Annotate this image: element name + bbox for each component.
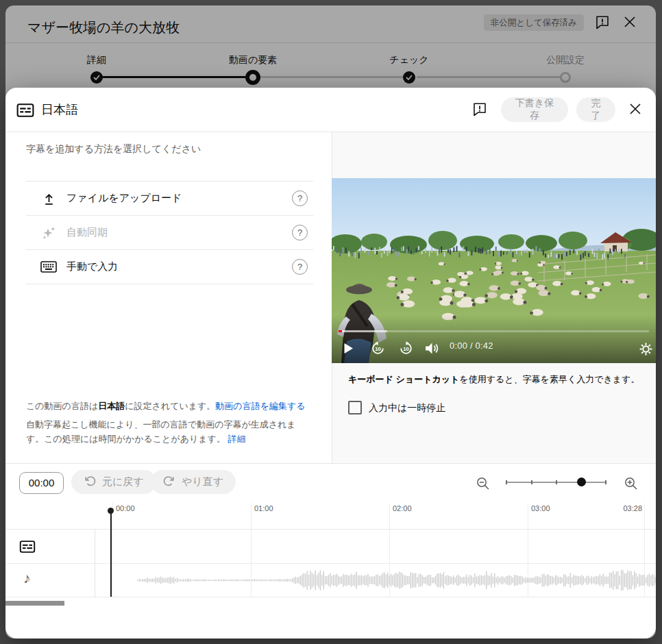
option-label: ファイルをアップロード <box>66 192 182 205</box>
undo-button[interactable]: 元に戻す <box>71 470 156 494</box>
volume-icon[interactable] <box>426 343 441 354</box>
timeline-scrollbar-thumb[interactable] <box>5 601 64 606</box>
track-border <box>5 597 656 597</box>
option-auto-sync[interactable]: 自動同期 ? <box>26 215 313 249</box>
auto-caption-text: 自動字幕起こし機能により、一部の言語で動画の字幕が生成されます。この処理には時間… <box>26 419 296 444</box>
pause-while-typing-label: 入力中は一時停止 <box>369 402 445 414</box>
slider-tick <box>556 480 557 484</box>
feedback-icon[interactable] <box>471 100 489 118</box>
language-note-prefix: この動画の言語は <box>26 401 98 411</box>
add-method-heading: 字幕を追加する方法を選択してください <box>26 143 201 156</box>
player-settings-gear-icon[interactable] <box>639 342 653 356</box>
slider-tick <box>531 480 532 484</box>
ruler-label: 02:00 <box>393 504 412 512</box>
done-button[interactable]: 完了 <box>576 97 615 122</box>
hint-rest: を使用すると、字幕を素早く入力できます。 <box>459 374 639 384</box>
upload-icon <box>40 191 58 206</box>
help-icon[interactable]: ? <box>292 259 308 275</box>
language-note-suffix: に設定されています。 <box>125 401 215 411</box>
zoom-out-icon[interactable] <box>474 475 492 493</box>
video-frame <box>332 178 656 363</box>
zoom-in-icon[interactable] <box>622 475 640 493</box>
ruler-label: 03:28 <box>623 504 642 512</box>
ruler-label: 00:00 <box>116 504 135 512</box>
save-draft-button[interactable]: 下書き保存 <box>501 97 568 122</box>
option-label: 自動同期 <box>66 226 108 239</box>
redo-label: やり直す <box>182 475 223 488</box>
svg-text:10: 10 <box>403 346 409 352</box>
audio-waveform[interactable] <box>137 565 656 596</box>
subtitle-language-title: 日本語 <box>41 101 78 118</box>
undo-label: 元に戻す <box>102 475 144 488</box>
language-name: 日本語 <box>98 401 125 411</box>
ruler-label: 01:00 <box>254 504 273 512</box>
language-note-line1: この動画の言語は日本語に設定されています。動画の言語を編集する <box>26 399 311 413</box>
divider <box>5 463 656 464</box>
pause-while-typing-checkbox[interactable] <box>348 401 362 414</box>
track-border <box>5 563 656 564</box>
edit-language-link[interactable]: 動画の言語を編集する <box>215 401 305 411</box>
audio-track-music-note-icon: ♪ <box>23 570 31 586</box>
video-time-display: 0:00 / 0:42 <box>450 340 493 351</box>
forward-10-icon[interactable]: 10 <box>399 341 413 356</box>
auto-caption-note: 自動字幕起こし機能により、一部の言語で動画の字幕が生成されます。この処理には時間… <box>26 417 311 446</box>
keyboard-icon <box>40 261 58 273</box>
auto-sync-sparkle-icon <box>40 225 58 240</box>
redo-button[interactable]: やり直す <box>151 470 236 494</box>
playhead-line <box>110 510 112 597</box>
keyboard-shortcut-hint: キーボード ショートカットを使用すると、字幕を素早く入力できます。 <box>348 373 639 386</box>
subtitle-track-row[interactable] <box>95 530 656 563</box>
option-type-manually[interactable]: 手動で入力 ? <box>26 249 313 284</box>
rewind-10-icon[interactable]: 10 <box>371 341 385 356</box>
help-icon[interactable]: ? <box>292 225 308 240</box>
svg-text:10: 10 <box>375 346 381 352</box>
ruler-label: 03:00 <box>531 504 550 512</box>
play-icon[interactable] <box>343 343 354 354</box>
help-glyph: ? <box>297 193 302 203</box>
screen: マザー牧場の羊の大放牧 非公開として保存済み 詳細 動画の要素 チェック 公開設… <box>0 0 662 644</box>
help-glyph: ? <box>297 262 302 272</box>
timecode-input[interactable]: 00:00 <box>19 472 64 494</box>
progress-buffered <box>342 330 387 332</box>
slider-tick <box>506 480 507 484</box>
slider-tick <box>605 480 606 484</box>
subtitle-track-icon[interactable] <box>19 541 36 556</box>
captions-icon <box>16 103 34 120</box>
option-upload-file[interactable]: ファイルをアップロード ? <box>26 181 313 215</box>
language-note: この動画の言語は日本語に設定されています。動画の言語を編集する 自動字幕起こし機… <box>26 399 311 446</box>
help-glyph: ? <box>297 227 302 238</box>
close-icon[interactable] <box>626 100 644 118</box>
option-label: 手動で入力 <box>66 260 118 273</box>
help-icon[interactable]: ? <box>292 190 308 206</box>
video-player[interactable]: 10 10 0:00 / 0:42 <box>332 178 656 363</box>
redo-icon <box>163 475 175 489</box>
learn-more-link[interactable]: 詳細 <box>228 434 246 444</box>
zoom-slider-thumb[interactable] <box>577 478 586 486</box>
hint-bold: キーボード ショートカット <box>348 374 459 384</box>
timeline-zoom-slider[interactable] <box>506 482 606 483</box>
video-progress-bar[interactable] <box>339 330 649 332</box>
subtitle-method-options: ファイルをアップロード ? 自動同期 ? 手動で入力 ? <box>26 181 313 284</box>
playhead-handle[interactable] <box>108 508 114 514</box>
subtitle-editor-modal: 日本語 下書き保存 完了 字幕を追加する方法を選択してください ファイルをアップ… <box>5 88 656 639</box>
undo-icon <box>84 475 96 489</box>
